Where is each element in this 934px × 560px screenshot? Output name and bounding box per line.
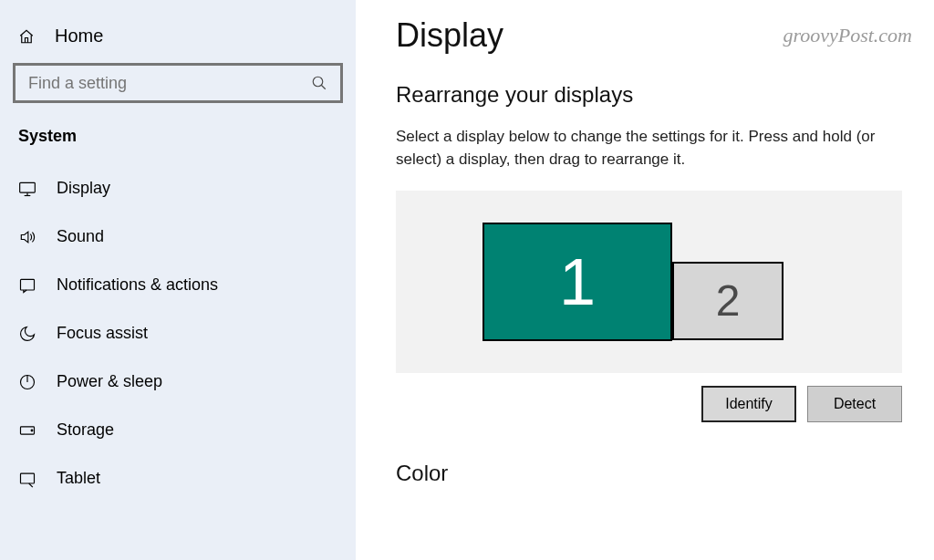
rearrange-description: Select a display below to change the set… <box>396 126 903 171</box>
svg-rect-5 <box>21 279 35 290</box>
search-input[interactable] <box>28 74 311 93</box>
home-icon <box>18 28 35 45</box>
nav-label: Display <box>57 179 110 198</box>
home-label: Home <box>55 26 103 47</box>
power-icon <box>18 373 36 391</box>
svg-point-9 <box>31 430 33 431</box>
nav-label: Notifications & actions <box>57 275 218 295</box>
nav-label: Storage <box>57 420 114 440</box>
detect-button[interactable]: Detect <box>807 386 902 422</box>
settings-window: Home System Display <box>0 0 934 560</box>
display-arrange-area[interactable]: 1 2 <box>396 191 902 373</box>
display-number: 1 <box>559 249 596 315</box>
nav-list: Display Sound Notifications & actions <box>0 164 356 503</box>
rearrange-heading: Rearrange your displays <box>396 82 903 108</box>
section-title: System <box>0 127 356 164</box>
nav-label: Tablet <box>57 469 100 488</box>
storage-icon <box>18 421 36 440</box>
nav-label: Focus assist <box>57 324 148 343</box>
nav-item-notifications[interactable]: Notifications & actions <box>0 261 356 309</box>
search-icon <box>311 75 327 91</box>
nav-label: Sound <box>57 227 104 246</box>
display-buttons: Identify Detect <box>396 386 902 422</box>
nav-item-display[interactable]: Display <box>0 164 356 213</box>
svg-line-1 <box>321 85 326 89</box>
nav-item-focus-assist[interactable]: Focus assist <box>0 309 356 358</box>
display-number: 2 <box>716 279 741 323</box>
svg-rect-2 <box>20 182 36 192</box>
svg-point-0 <box>313 77 323 87</box>
settings-search[interactable] <box>13 63 343 103</box>
home-button[interactable]: Home <box>0 22 356 63</box>
nav-item-sound[interactable]: Sound <box>0 213 356 261</box>
notifications-icon <box>18 276 36 295</box>
display-tile-1[interactable]: 1 <box>483 223 672 341</box>
identify-button[interactable]: Identify <box>701 386 796 422</box>
sound-icon <box>18 228 36 246</box>
color-heading: Color <box>396 461 903 486</box>
focus-assist-icon <box>18 325 36 343</box>
display-tile-2[interactable]: 2 <box>672 262 784 340</box>
nav-item-power-sleep[interactable]: Power & sleep <box>0 358 356 406</box>
display-icon <box>18 180 36 198</box>
main-content: groovyPost.com Display Rearrange your di… <box>356 0 934 560</box>
nav-item-tablet[interactable]: Tablet <box>0 454 356 503</box>
tablet-icon <box>18 470 36 488</box>
sidebar: Home System Display <box>0 0 356 560</box>
watermark: groovyPost.com <box>783 24 912 47</box>
nav-label: Power & sleep <box>57 372 162 391</box>
nav-item-storage[interactable]: Storage <box>0 406 356 454</box>
svg-rect-10 <box>21 473 35 483</box>
